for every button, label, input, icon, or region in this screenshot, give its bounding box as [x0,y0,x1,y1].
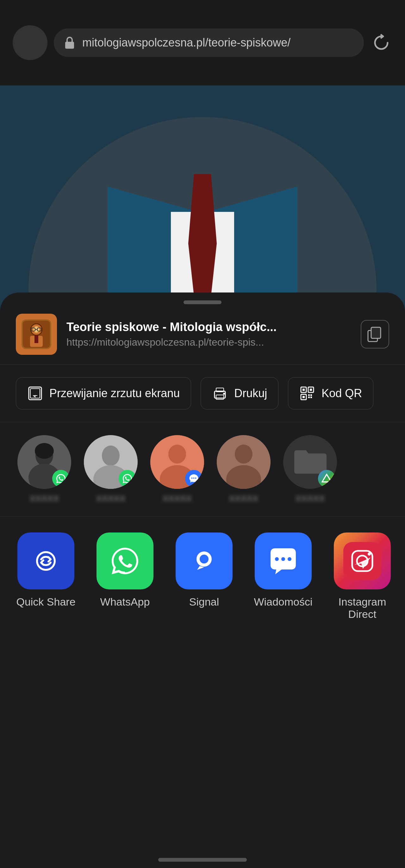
svg-rect-0 [65,42,74,49]
contact-name-2: XXXXX [96,494,125,504]
svg-point-18 [223,393,225,395]
url-text: mitologiawspolczesna.pl/teorie-spiskowe/ [82,36,354,49]
svg-point-63 [368,552,371,556]
copy-button[interactable] [361,320,389,348]
contact-avatar-2 [84,435,138,489]
svg-marker-46 [322,474,331,482]
avatar [13,25,48,60]
svg-point-50 [28,544,63,578]
drag-handle[interactable] [183,301,222,304]
svg-line-47 [322,474,327,482]
svg-point-57 [275,557,279,561]
svg-rect-60 [343,542,381,580]
site-icon [16,314,57,355]
wiadomosci-label: Wiadomości [254,596,312,608]
signal-icon [176,532,233,589]
svg-rect-17 [216,395,224,399]
app-item-quick-share[interactable]: Quick Share [16,532,76,620]
app-item-instagram[interactable]: Instagram Direct [332,532,392,620]
reload-button[interactable] [370,32,392,54]
svg-rect-25 [308,394,310,396]
action-buttons-row: Przewijanie zrzutu ekranu Drukuj [0,365,405,423]
contact-avatar-3 [150,435,204,489]
qr-code-button[interactable]: Kod QR [288,377,373,409]
whatsapp-label: WhatsApp [100,596,150,608]
contact-item-5[interactable]: XXXXX [282,435,339,504]
share-sheet: Teorie spiskowe - Mitologia współc... ht… [0,292,405,868]
svg-point-58 [281,557,285,561]
share-header: Teorie spiskowe - Mitologia współc... ht… [0,304,405,365]
whatsapp-badge-2 [119,470,136,487]
svg-rect-24 [302,396,305,398]
contact-avatar-5 [283,435,337,489]
apps-row: Quick Share WhatsApp [0,517,405,636]
app-item-signal[interactable]: Signal [174,532,234,620]
svg-point-40 [192,477,193,479]
scroll-screenshot-icon [27,385,43,401]
instagram-label: Instagram Direct [338,596,386,620]
svg-point-55 [200,555,208,563]
contact-item-3[interactable]: XXXXX [149,435,206,504]
contact-name-5: XXXXX [295,494,325,504]
lock-icon [63,36,76,49]
contact-avatar-4 [217,435,270,489]
wiadomosci-icon [255,532,312,589]
scroll-screenshot-label: Przewijanie zrzutu ekranu [49,387,180,400]
svg-point-34 [102,445,120,466]
svg-point-41 [195,477,197,479]
instagram-icon [334,532,391,589]
home-indicator [158,858,247,862]
drive-badge-5 [318,470,336,487]
scroll-screenshot-button[interactable]: Przewijanie zrzutu ekranu [16,377,191,409]
qr-icon [299,385,315,401]
svg-point-32 [35,443,54,459]
app-item-wiadomosci[interactable]: Wiadomości [253,532,313,620]
svg-point-43 [235,444,253,464]
print-icon [212,385,228,401]
messages-badge-3 [185,470,202,487]
svg-point-39 [193,477,195,479]
svg-rect-22 [310,389,312,391]
contact-name-4: XXXXX [229,494,258,504]
print-label: Drukuj [234,387,267,400]
contact-name-3: XXXXX [162,494,192,504]
svg-rect-28 [310,397,312,398]
app-item-whatsapp[interactable]: WhatsApp [95,532,155,620]
contact-name-1: XXXXX [29,494,59,504]
contacts-row: XXXXX XXXXX [0,423,405,517]
share-title-block: Teorie spiskowe - Mitologia współc... ht… [66,320,351,348]
svg-rect-27 [308,397,310,398]
whatsapp-badge-1 [52,470,69,487]
quick-share-label: Quick Share [16,596,75,608]
print-button[interactable]: Drukuj [201,377,279,409]
whatsapp-icon [96,532,153,589]
quick-share-icon [18,532,74,589]
signal-label: Signal [189,596,219,608]
contact-item-4[interactable]: XXXXX [215,435,272,504]
svg-point-37 [168,444,186,464]
share-title: Teorie spiskowe - Mitologia współc... [66,320,351,334]
url-bar[interactable]: mitologiawspolczesna.pl/teorie-spiskowe/ [54,28,364,57]
browser-bar: mitologiawspolczesna.pl/teorie-spiskowe/ [0,0,405,85]
svg-rect-26 [310,394,312,396]
svg-rect-20 [302,389,305,391]
svg-rect-11 [371,327,381,338]
contact-item-1[interactable]: XXXXX [16,435,73,504]
svg-line-48 [327,474,331,482]
contact-item-2[interactable]: XXXXX [82,435,139,504]
contact-avatar-1 [18,435,71,489]
qr-label: Kod QR [321,387,362,400]
share-url: https://mitologiawspolczesna.pl/teorie-s… [66,336,351,348]
svg-rect-8 [34,335,38,343]
svg-point-59 [288,557,291,561]
